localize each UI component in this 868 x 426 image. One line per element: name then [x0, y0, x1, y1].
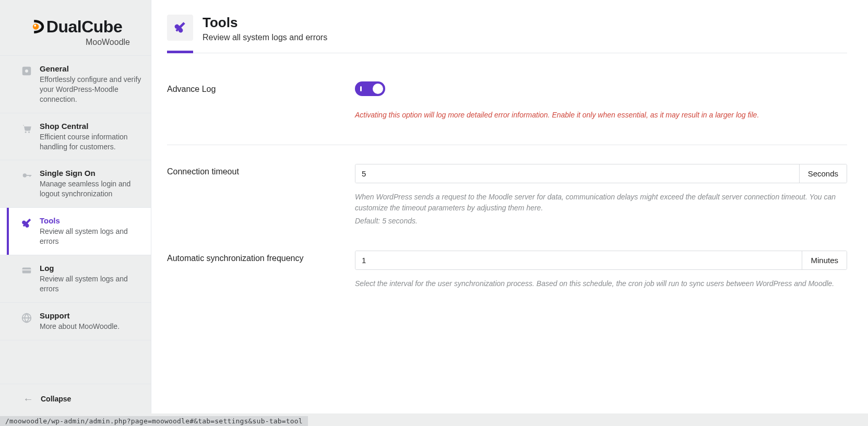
svg-point-4: [25, 132, 27, 133]
main-content: Tools Review all system logs and errors …: [151, 0, 868, 413]
gear-box-icon: [21, 65, 32, 77]
svg-point-0: [33, 23, 39, 30]
brand-subtitle: MooWoodle: [19, 38, 132, 47]
svg-point-5: [28, 132, 30, 133]
status-bar: /moowoodle/wp-admin/admin.php?page=moowo…: [0, 416, 308, 426]
setting-sync-frequency: Automatic synchronization frequency Minu…: [167, 245, 847, 294]
globe-icon: [21, 312, 32, 324]
sidebar-item-log[interactable]: Log Review all system logs and errors: [0, 255, 151, 303]
brand-logo: DualCube: [19, 15, 132, 37]
advance-log-toggle[interactable]: [355, 81, 385, 96]
collapse-label: Collapse: [41, 395, 71, 403]
connection-timeout-unit: Seconds: [799, 164, 847, 183]
setting-advance-log: Advance Log Activating this option will …: [167, 76, 847, 145]
svg-rect-10: [22, 269, 31, 270]
sidebar-item-general[interactable]: General Effortlessly configure and verif…: [0, 56, 151, 113]
sidebar-item-shop-central[interactable]: Shop Central Efficient course informatio…: [0, 113, 151, 161]
nav-title: Log: [40, 264, 141, 273]
nav-desc: Manage seamless login and logout synchro…: [40, 179, 141, 199]
connection-timeout-help-2: Default: 5 seconds.: [355, 216, 847, 227]
sidebar-item-support[interactable]: Support More about MooWoodle.: [0, 303, 151, 340]
settings-form: Advance Log Activating this option will …: [167, 76, 847, 294]
key-icon: [21, 170, 32, 181]
sync-frequency-field: Minutes: [355, 251, 847, 270]
sidebar: DualCube MooWoodle General Effortlessly …: [0, 0, 151, 413]
nav-desc: Effortlessly configure and verify your W…: [40, 75, 141, 104]
nav-title: Shop Central: [40, 122, 141, 131]
svg-rect-7: [26, 175, 31, 176]
nav-desc: More about MooWoodle.: [40, 322, 141, 332]
nav-desc: Review all system logs and errors: [40, 274, 141, 294]
svg-point-1: [34, 25, 36, 27]
tabstrip: [167, 53, 847, 53]
tools-icon: [173, 20, 187, 36]
cart-icon: [21, 123, 32, 134]
nav-title: Single Sign On: [40, 169, 141, 178]
nav-desc: Review all system logs and errors: [40, 227, 141, 246]
sync-frequency-unit: Minutes: [802, 251, 847, 269]
tools-icon: [21, 217, 32, 229]
advance-log-help: Activating this option will log more det…: [355, 110, 847, 121]
page-icon-tile: [167, 15, 193, 41]
nav-desc: Efficient course information handling fo…: [40, 132, 141, 152]
page-subtitle: Review all system logs and errors: [203, 33, 327, 42]
svg-point-3: [25, 69, 28, 73]
connection-timeout-field: Seconds: [355, 164, 847, 183]
sync-frequency-help: Select the interval for the user synchro…: [355, 278, 847, 289]
sync-frequency-label: Automatic synchronization frequency: [167, 251, 339, 263]
sidebar-item-sso[interactable]: Single Sign On Manage seamless login and…: [0, 160, 151, 208]
page-header: Tools Review all system logs and errors: [167, 15, 847, 53]
sidebar-item-tools[interactable]: Tools Review all system logs and errors: [0, 208, 151, 255]
svg-rect-8: [30, 175, 31, 178]
advance-log-label: Advance Log: [167, 81, 339, 94]
connection-timeout-input[interactable]: [355, 164, 799, 183]
arrow-left-icon: ←: [23, 394, 33, 404]
sidebar-nav: General Effortlessly configure and verif…: [0, 56, 151, 340]
setting-connection-timeout: Connection timeout Seconds When WordPres…: [167, 159, 847, 232]
dualcube-logo-icon: [29, 18, 46, 36]
card-icon: [21, 265, 32, 276]
sync-frequency-input[interactable]: [355, 251, 802, 269]
connection-timeout-help-1: When WordPress sends a request to the Mo…: [355, 192, 847, 214]
nav-title: Tools: [40, 216, 141, 225]
nav-title: General: [40, 64, 141, 73]
sidebar-collapse[interactable]: ← Collapse: [0, 384, 151, 413]
page-title: Tools: [203, 15, 327, 31]
brand-name: DualCube: [46, 17, 122, 37]
nav-title: Support: [40, 311, 141, 320]
brand-block: DualCube MooWoodle: [0, 0, 151, 56]
svg-point-6: [23, 174, 27, 178]
connection-timeout-label: Connection timeout: [167, 164, 339, 176]
